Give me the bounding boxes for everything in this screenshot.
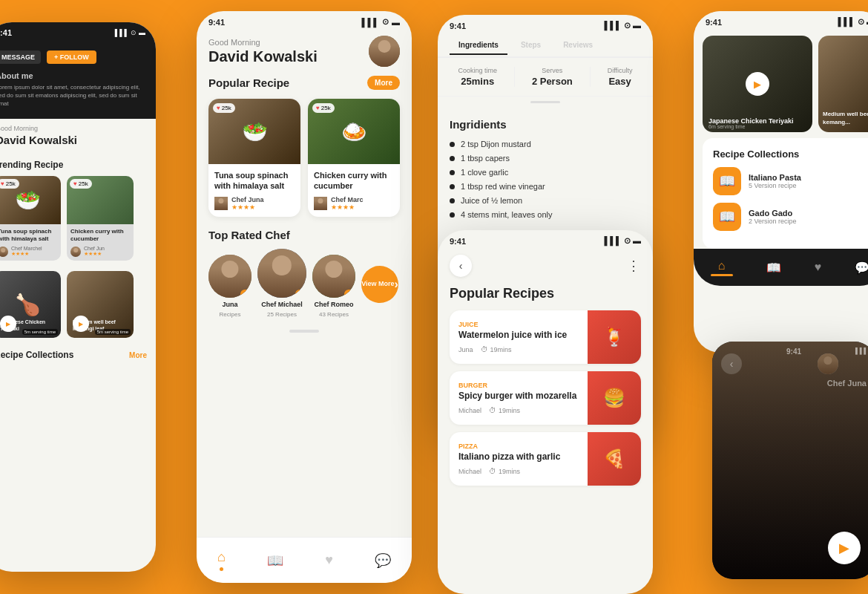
chef-name-1: Chef Marchel [11,246,42,251]
recipe-list-item-3[interactable]: PIZZA Italiano pizza with garlic Michael… [450,432,641,486]
phone5-video-2[interactable]: Medium well beef kemang... [818,36,868,132]
popular-recipe-1[interactable]: ♥25k Tuna soup spinach with himalaya sal… [208,99,300,217]
recipe-chef-2: Michael [458,407,481,414]
video-time-p5-1: 6m serving time [708,124,745,132]
phone5-videos: ▶ Japanese Chicken Teriyaki 6m serving t… [694,30,868,138]
nav-home[interactable]: ⌂ [217,549,226,571]
popular-recipe-name-1: Tuna soup spinach with himalaya salt [214,170,295,192]
phone5-nav-chat[interactable]: 💬 [855,261,868,275]
bullet-icon-2 [450,156,455,161]
ingredients-section: Ingridients 2 tsp Dijon mustard 1 tbsp c… [438,108,653,235]
phone2-battery: ▬ [392,18,400,27]
chef-name-card-3: Chef Romeo [314,301,353,308]
recipe-time-3: ⏱ 19mins [489,467,520,475]
view-more-btn[interactable]: View More › [361,266,398,303]
phone3-signal: ▌▌▌ ⊙ ▬ [605,21,642,30]
phone2-signal: ▌▌▌ [362,18,379,27]
popular-more-btn[interactable]: More [367,76,400,90]
collection-item-1[interactable]: 📖 Italiano Pasta 5 Version recipe [713,167,867,195]
tab-ingredients[interactable]: Ingredients [450,36,507,55]
chef-recipes-2: 25 Recipes [267,311,297,318]
recipe-time-2: ⏱ 19mins [489,406,520,414]
recipe-collections: Recipe Collections 📖 Italiano Pasta 5 Ve… [703,138,868,249]
chef-card-3[interactable]: 5+ Chef Romeo 43 Recipes [312,255,355,318]
collection-name-2: Gado Gado [749,209,867,218]
phone5-time: 9:41 [706,18,722,27]
recipe-card-1[interactable]: ♥25k Tuna soup spinach with himalaya sal… [0,176,61,261]
bottom-nav-p2: ⌂ 📖 ♥ 💬 [197,537,412,583]
recipe-card-2[interactable]: ♥25k Chicken curry with cucumber Chef Ju… [67,176,134,261]
video-title-p5-2: Medium well beef kemang... [823,111,868,126]
chef-card-2[interactable]: 5+ Chef Michael 25 Recipes [257,249,306,318]
collection-item-2[interactable]: 📖 Gado Gado 2 Version recipe [713,203,867,231]
phone5-video-1[interactable]: ▶ Japanese Chicken Teriyaki 6m serving t… [703,36,812,132]
collections-title-p1: Recipe Collections [0,350,73,360]
recipe-list-name-1: Watermelon juice with ice [458,330,579,342]
popular-chef-1: Chef Juna [231,196,264,203]
trending-title: Trending Recipe [0,160,63,170]
ingredients-title: Ingridients [450,118,641,131]
ingredient-text-4: 1 tbsp red wine vinegar [461,182,545,191]
bullet-icon-6 [450,212,455,218]
collection-count-1: 5 Version recipe [749,182,867,189]
phone1-time: 9:41 [0,28,12,37]
chef-name-card-2: Chef Michael [261,301,303,308]
more-dots-icon[interactable]: ⋮ [627,258,641,274]
ingredient-5: Juice of ½ lemon [450,196,641,205]
phone2-greeting: Good Morning [208,38,318,47]
follow-button[interactable]: + FOLLOW [47,50,96,64]
clock-icon-1: ⏱ [481,345,488,353]
phone-collections: 9:41 ▌▌▌ ⊙ ▬ ▶ Japanese Chicken Teriyaki… [694,11,868,353]
difficulty-label: Difficulty [608,67,633,74]
recipe-list-name-2: Spicy burger with mozarella [458,391,579,402]
video-card-2[interactable]: Medium well beef kemangi leaf 5m serving… [67,271,134,338]
tab-reviews[interactable]: Reviews [554,36,602,55]
collections-more-p1[interactable]: More [129,351,147,359]
stars-1: ★★★★ [11,251,42,257]
phone5-nav-heart[interactable]: ♥ [815,261,822,274]
popular-title-p2: Popular Recipe [208,76,289,89]
recipe-list-item-2[interactable]: BURGER Spicy burger with mozarella Micha… [450,371,641,425]
recipe-img-2 [588,371,641,425]
clock-icon-2: ⏱ [489,406,496,414]
phone5-nav-book[interactable]: 📖 [766,261,781,275]
popular-recipe-2[interactable]: ♥25k Chicken curry with cucumber Chef Ma… [308,99,400,217]
chef-recipes-3: 43 Recipes [319,311,349,318]
stars-2: ★★★★ [84,251,105,257]
scroll-indicator-p2 [289,330,319,333]
ingredient-2: 1 tbsp capers [450,154,641,163]
popular-recipe-name-2: Chicken curry with cucumber [314,170,394,192]
collections-title-p5: Recipe Collections [713,148,867,160]
nav-heart[interactable]: ♥ [325,552,333,568]
popular-stars-1: ★★★★ [231,203,264,211]
cooking-time-label: Cooking time [458,67,497,74]
tab-steps[interactable]: Steps [512,36,550,55]
nav-book[interactable]: 📖 [267,552,283,569]
phone1-status-icons: ▌▌▌ ⊙ ▬ [115,29,145,36]
phone3-time: 9:41 [450,22,466,30]
phone2-avatar [369,36,400,67]
phone6-play-btn[interactable]: ▶ [828,532,861,564]
back-button[interactable]: ‹ [450,255,472,277]
video-card-1[interactable]: Japanese Chicken Teriyaki 5m serving tim… [0,271,61,338]
chef-badge-1: 4+ [240,290,251,298]
play-btn-p5-1[interactable]: ▶ [746,72,769,96]
recipe-list-item-1[interactable]: JUICE Watermelon juice with ice Juna ⏱ 1… [450,310,641,364]
top-chef-title: Top Rated Chef [208,229,400,241]
chef-card-1[interactable]: 4+ Juna Recipes [208,255,251,318]
phone5-nav-home[interactable]: ⌂ [711,259,733,276]
phone4-header: ‹ ⋮ [438,249,653,286]
recipe-chef-3: Michael [458,468,481,475]
phone4-time: 9:41 [450,237,466,246]
recipe-chef-1: Juna [458,346,473,353]
ingredient-1: 2 tsp Dijon mustard [450,140,641,148]
bullet-icon-1 [450,142,455,147]
bullet-icon-3 [450,170,455,175]
bullet-icon-4 [450,184,455,189]
clock-icon-3: ⏱ [489,467,496,475]
message-button[interactable]: MESSAGE [0,50,41,64]
phone2-wifi: ⊙ [382,17,389,27]
nav-chat[interactable]: 💬 [375,552,391,569]
recipe-stats: Cooking time 25mins Serves 2 Person Diff… [438,58,653,97]
phone-left-partial: 9:41 ▌▌▌ ⊙ ▬ MESSAGE + FOLLOW About me L… [0,22,156,572]
